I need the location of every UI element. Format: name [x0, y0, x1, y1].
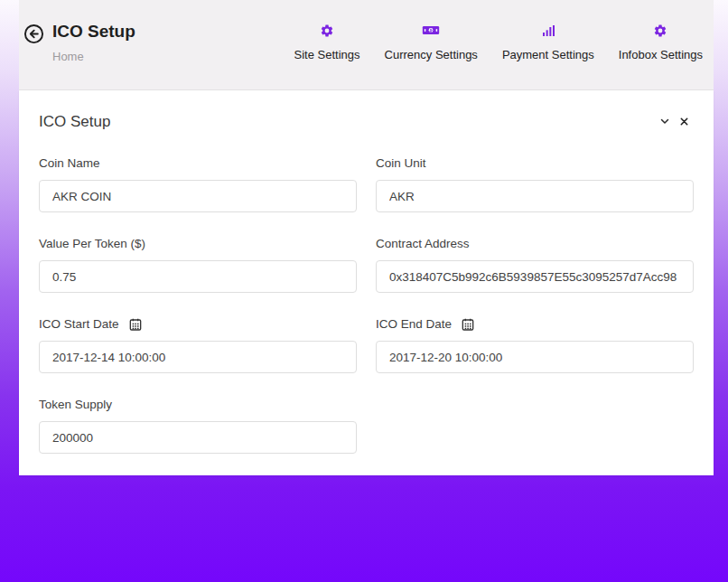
ico-end-date-label-text: ICO End Date	[376, 316, 452, 333]
nav-label: Site Settings	[294, 48, 360, 61]
ico-start-date-picker-button[interactable]	[128, 317, 143, 332]
field-token-supply: Token Supply	[39, 397, 357, 454]
ico-setup-card: ICO Setup Coin Name C	[19, 90, 714, 475]
nav-item-site-settings[interactable]: Site Settings	[294, 23, 360, 61]
close-icon	[679, 116, 689, 129]
token-supply-input[interactable]	[39, 421, 357, 454]
field-ico-start-date: ICO Start Date	[39, 316, 357, 373]
ico-start-date-label-text: ICO Start Date	[39, 316, 119, 333]
back-button[interactable]	[23, 22, 44, 44]
ico-end-date-input[interactable]	[376, 341, 694, 373]
ico-setup-form: Coin Name Coin Unit Value Per Token ($) …	[39, 155, 694, 454]
coin-unit-input[interactable]	[376, 180, 694, 212]
nav-label: Infobox Settings	[619, 48, 703, 61]
token-supply-label: Token Supply	[39, 397, 357, 413]
coin-name-input[interactable]	[39, 180, 357, 212]
contract-address-input[interactable]	[376, 260, 694, 293]
coin-name-label: Coin Name	[39, 155, 357, 172]
banknote-icon	[422, 23, 440, 38]
chevron-down-icon	[659, 116, 670, 129]
topbar-left: ICO Setup Home	[23, 22, 135, 63]
field-coin-name: Coin Name	[39, 155, 357, 212]
title-block: ICO Setup Home	[52, 22, 135, 63]
value-per-token-label: Value Per Token ($)	[39, 236, 357, 252]
nav-label: Currency Settings	[385, 48, 478, 61]
nav-item-infobox-settings[interactable]: Infobox Settings	[619, 23, 703, 61]
ico-end-date-label: ICO End Date	[376, 316, 694, 333]
ico-end-date-picker-button[interactable]	[461, 317, 475, 332]
nav-item-currency-settings[interactable]: Currency Settings	[385, 23, 478, 61]
topbar-nav: Site Settings Currency Settings Payment …	[294, 22, 703, 61]
bar-chart-icon	[541, 23, 555, 38]
ico-start-date-input[interactable]	[39, 341, 357, 373]
content-wrapper: ICO Setup Home Site Settings Currency Se…	[19, 0, 714, 475]
topbar: ICO Setup Home Site Settings Currency Se…	[19, 0, 714, 90]
card-tools	[659, 113, 694, 127]
close-button[interactable]	[679, 117, 689, 127]
field-contract-address: Contract Address	[376, 236, 694, 293]
collapse-button[interactable]	[659, 116, 670, 127]
field-value-per-token: Value Per Token ($)	[39, 236, 357, 293]
card-header: ICO Setup	[39, 113, 694, 131]
calendar-icon	[461, 321, 475, 334]
field-ico-end-date: ICO End Date	[376, 316, 694, 373]
page-title: ICO Setup	[52, 22, 135, 42]
breadcrumb[interactable]: Home	[52, 50, 135, 63]
field-coin-unit: Coin Unit	[376, 155, 694, 212]
coin-unit-label: Coin Unit	[376, 155, 694, 172]
nav-label: Payment Settings	[502, 48, 594, 61]
arrow-left-circle-icon	[23, 33, 44, 47]
calendar-icon	[128, 321, 143, 334]
gear-icon	[653, 23, 667, 38]
gear-icon	[320, 23, 334, 38]
nav-item-payment-settings[interactable]: Payment Settings	[502, 23, 594, 61]
value-per-token-input[interactable]	[39, 260, 357, 293]
card-title: ICO Setup	[39, 113, 110, 131]
ico-start-date-label: ICO Start Date	[39, 316, 357, 333]
contract-address-label: Contract Address	[376, 236, 694, 252]
